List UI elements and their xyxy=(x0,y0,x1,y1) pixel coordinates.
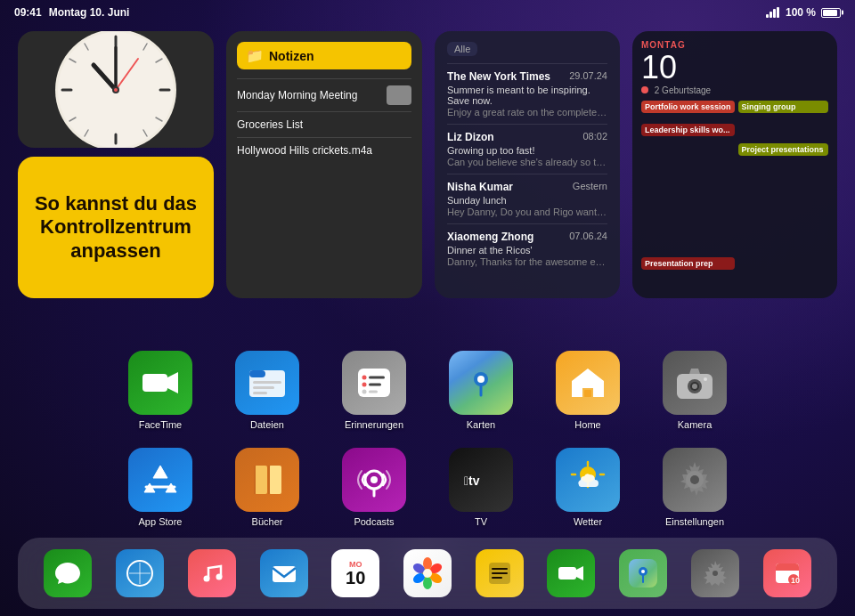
home-icon xyxy=(556,351,620,415)
svg-point-72 xyxy=(423,569,432,578)
mail-header: Alle xyxy=(447,42,607,56)
battery-icon xyxy=(821,8,841,18)
dock-messages[interactable] xyxy=(44,549,92,597)
dock-settings[interactable] xyxy=(691,549,739,597)
mail-item-4[interactable]: Xiaomeng Zhong 07.06.24 Dinner at the Ri… xyxy=(447,223,607,273)
dock-music[interactable] xyxy=(188,549,236,597)
dock-photos[interactable] xyxy=(403,549,452,597)
status-time: 09:41 xyxy=(14,6,42,19)
svg-marker-78 xyxy=(576,566,583,580)
svg-point-18 xyxy=(114,88,118,92)
calendar-col-2: Singing group Project presentations xyxy=(738,101,828,270)
svg-rect-77 xyxy=(558,567,576,580)
svg-rect-42 xyxy=(255,466,267,494)
appstore-label: App Store xyxy=(139,516,183,527)
svg-point-29 xyxy=(362,383,367,387)
note-item-1[interactable]: Monday Morning Meeting xyxy=(237,78,411,111)
svg-marker-20 xyxy=(167,372,178,393)
maps-icon xyxy=(449,351,513,415)
svg-point-27 xyxy=(362,376,367,380)
facetime-label: FaceTime xyxy=(139,419,183,430)
calendar-birthdays: 2 Geburtstage xyxy=(641,85,828,95)
clock-face[interactable] xyxy=(18,31,214,148)
notes-folder-icon: 📁 xyxy=(246,47,264,64)
app-row-1: FaceTime Dateien xyxy=(27,351,828,430)
svg-rect-35 xyxy=(584,390,591,397)
app-facetime[interactable]: FaceTime xyxy=(128,351,192,430)
dock-maps[interactable] xyxy=(619,549,667,597)
svg-point-62 xyxy=(203,576,209,582)
mail-filter-badge[interactable]: Alle xyxy=(447,42,477,56)
dock-mail[interactable] xyxy=(260,549,308,597)
dock-facetime[interactable] xyxy=(547,549,595,597)
camera-label: Kamera xyxy=(678,419,712,430)
cal-event-2[interactable]: Leadership skills wo... xyxy=(641,124,735,136)
cal-event-3[interactable]: Presentation prep xyxy=(641,257,735,270)
svg-point-47 xyxy=(370,476,378,483)
calendar-col-1: Portfolio work session Leadership skills… xyxy=(641,101,735,270)
app-podcasts[interactable]: Podcasts xyxy=(342,448,406,527)
app-files[interactable]: Dateien xyxy=(235,351,299,430)
tv-label: TV xyxy=(475,516,487,527)
app-books[interactable]: Bücher xyxy=(235,448,299,527)
weather-icon xyxy=(556,448,620,512)
dock-reminders[interactable]: 10 xyxy=(763,549,811,597)
svg-point-34 xyxy=(477,376,484,383)
mail-item-2[interactable]: Liz Dizon 08:02 Growing up too fast! Can… xyxy=(447,124,607,174)
settings-label: Einstellungen xyxy=(665,516,724,527)
app-maps[interactable]: Karten xyxy=(449,351,513,430)
svg-rect-30 xyxy=(369,384,381,386)
reminders-icon xyxy=(342,351,406,415)
note-item-2[interactable]: Groceries List xyxy=(237,111,411,137)
clock-widget: So kannst du das Kontrollzentrum anpasse… xyxy=(18,31,214,298)
notes-widget[interactable]: 📁 Notizen Monday Morning Meeting Groceri… xyxy=(226,31,422,298)
weather-label: Wetter xyxy=(574,516,602,527)
dock-notes[interactable] xyxy=(476,549,524,597)
appstore-icon xyxy=(128,448,192,512)
files-label: Dateien xyxy=(250,419,284,430)
mail-item-3[interactable]: Nisha Kumar Gestern Sunday lunch Hey Dan… xyxy=(447,174,607,223)
app-weather[interactable]: Wetter xyxy=(556,448,620,527)
app-appstore[interactable]: App Store xyxy=(128,448,192,527)
status-left: 09:41 Montag 10. Juni xyxy=(14,6,129,19)
control-center-widget[interactable]: So kannst du das Kontrollzentrum anpasse… xyxy=(18,157,214,298)
note-item-3[interactable]: Hollywood Hills crickets.m4a xyxy=(237,137,411,163)
app-camera[interactable]: Kamera xyxy=(663,351,727,430)
app-tv[interactable]: tv TV xyxy=(449,448,513,527)
svg-rect-43 xyxy=(269,466,281,494)
cal-event-5[interactable]: Project presentations xyxy=(738,143,828,156)
dock-calendar-day: 10 xyxy=(346,569,365,587)
cal-event-4[interactable]: Singing group xyxy=(738,101,828,113)
tv-icon: tv xyxy=(449,448,513,512)
svg-rect-23 xyxy=(253,381,281,384)
calendar-widget[interactable]: MONTAG 10 2 Geburtstage Portfolio work s… xyxy=(632,31,837,298)
books-icon xyxy=(235,448,299,512)
wifi-icon xyxy=(766,7,780,18)
calendar-grid: Portfolio work session Leadership skills… xyxy=(641,101,828,270)
calendar-date: 10 xyxy=(641,52,828,84)
app-home[interactable]: Home xyxy=(556,351,620,430)
dock-safari[interactable] xyxy=(116,549,164,597)
control-center-text: So kannst du das Kontrollzentrum anpasse… xyxy=(30,192,201,263)
notes-header: 📁 Notizen xyxy=(237,42,411,69)
app-settings[interactable]: Einstellungen xyxy=(663,448,727,527)
svg-point-39 xyxy=(692,384,697,389)
dock: MO 10 xyxy=(18,538,837,609)
svg-rect-25 xyxy=(253,392,267,394)
svg-text:tv: tv xyxy=(464,474,480,488)
clock-svg xyxy=(53,31,178,148)
svg-rect-24 xyxy=(253,386,274,389)
mail-item-1[interactable]: The New York Times 29.07.24 Summer is me… xyxy=(447,63,607,124)
svg-rect-19 xyxy=(142,374,167,392)
svg-rect-87 xyxy=(776,567,799,571)
svg-point-56 xyxy=(690,475,699,484)
svg-point-40 xyxy=(704,377,707,381)
cal-event-1[interactable]: Portfolio work session xyxy=(641,101,735,113)
app-row-2: App Store Bücher xyxy=(27,448,828,527)
mail-widget[interactable]: Alle The New York Times 29.07.24 Summer … xyxy=(435,31,620,298)
svg-text:10: 10 xyxy=(791,576,800,585)
podcasts-label: Podcasts xyxy=(354,516,394,527)
status-right: 100 % xyxy=(766,6,841,19)
dock-calendar[interactable]: MO 10 xyxy=(331,549,379,597)
app-reminders[interactable]: Erinnerungen xyxy=(342,351,406,430)
